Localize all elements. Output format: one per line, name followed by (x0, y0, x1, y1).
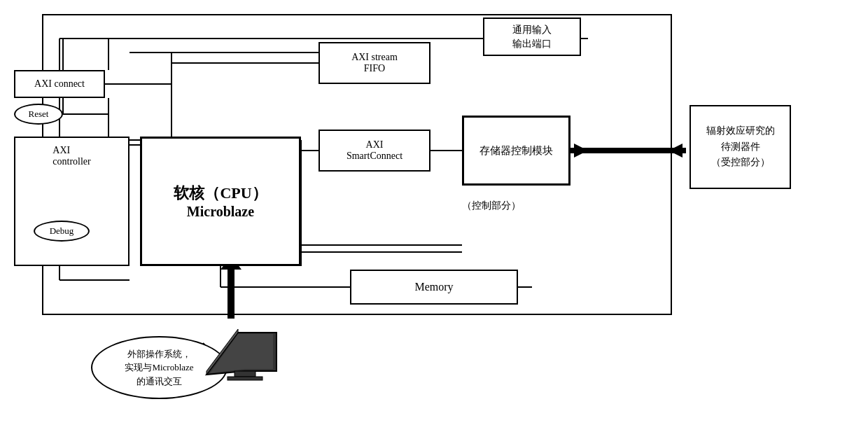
svg-rect-32 (234, 371, 255, 377)
debug-ellipse: Debug (34, 221, 90, 242)
axi-fifo-box: AXI streamFIFO (318, 42, 430, 84)
external-os-label: 外部操作系统，实现与Microblaze的通讯交互 (125, 347, 193, 389)
radiation-box: 辐射效应研究的待测器件（受控部分） (690, 105, 791, 189)
debug-label: Debug (50, 225, 74, 237)
axi-connect-box: AXI connect (14, 70, 105, 98)
reset-ellipse: Reset (14, 104, 63, 125)
cpu-title: 软核（CPU） (174, 183, 267, 204)
memory-box: Memory (350, 270, 518, 305)
memory-label: Memory (414, 281, 453, 293)
cpu-box: 软核（CPU） Microblaze (140, 137, 301, 266)
memory-ctrl-label: 存储器控制模块 (479, 143, 553, 159)
reset-label: Reset (29, 109, 49, 120)
ctrl-label: （控制部分） (462, 200, 521, 212)
axi-fifo-label: AXI streamFIFO (351, 52, 398, 74)
axi-controller-label: AXIcontroller (52, 145, 90, 167)
cpu-subtitle: Microblaze (187, 204, 254, 220)
axi-controller-box: AXIcontroller (14, 137, 130, 266)
diagram-container: AXI connect Reset AXIcontroller Debug 软核… (0, 0, 868, 425)
axi-connect-label: AXI connect (34, 78, 85, 90)
radiation-label: 辐射效应研究的待测器件（受控部分） (706, 123, 775, 170)
svg-rect-33 (227, 377, 262, 380)
memory-ctrl-box: 存储器控制模块 (462, 116, 570, 186)
axi-smart-box: AXISmartConnect (318, 130, 430, 172)
axi-smart-label: AXISmartConnect (346, 139, 402, 162)
computer-icon (200, 319, 284, 389)
gpio-box: 通用输入输出端口 (483, 18, 581, 56)
gpio-label: 通用输入输出端口 (512, 23, 552, 50)
